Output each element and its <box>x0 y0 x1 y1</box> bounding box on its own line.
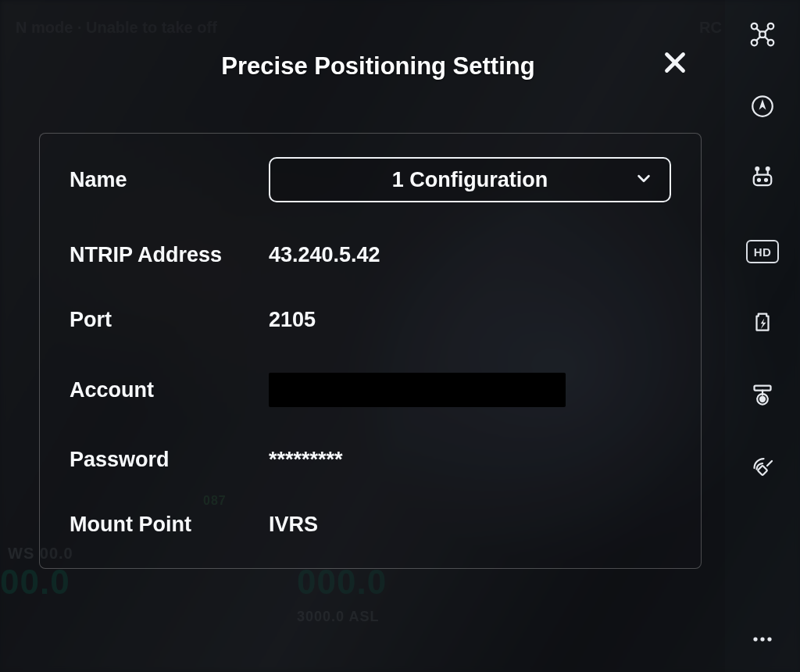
account-field[interactable] <box>269 373 671 407</box>
svg-point-28 <box>760 637 764 641</box>
svg-point-17 <box>766 167 770 170</box>
sidebar-gimbal-button[interactable] <box>745 378 780 413</box>
settings-panel: Name 1 Configuration NTRIP Address 43.24… <box>39 133 702 569</box>
row-name: Name 1 Configuration <box>70 157 671 202</box>
close-button[interactable] <box>656 45 694 83</box>
password-field[interactable]: ********* <box>269 448 671 472</box>
row-password: Password ********* <box>70 448 671 472</box>
ntrip-address-field[interactable]: 43.240.5.42 <box>269 243 671 267</box>
row-ntrip: NTRIP Address 43.240.5.42 <box>70 243 671 267</box>
svg-point-29 <box>767 637 771 641</box>
row-port: Port 2105 <box>70 308 671 332</box>
sidebar-remote-button[interactable] <box>745 163 780 197</box>
battery-icon <box>748 308 777 339</box>
svg-rect-25 <box>758 466 768 476</box>
sidebar-more-button[interactable] <box>745 624 780 658</box>
svg-rect-13 <box>754 175 772 186</box>
positioning-settings-dialog: Precise Positioning Setting Name 1 Confi… <box>31 39 725 569</box>
compass-icon <box>748 92 777 123</box>
hd-icon: HD <box>746 240 779 263</box>
port-field[interactable]: 2105 <box>269 308 671 332</box>
dialog-title: Precise Positioning Setting <box>221 52 534 80</box>
gimbal-icon <box>748 380 777 411</box>
chevron-down-icon <box>635 170 652 190</box>
account-redacted <box>269 373 566 407</box>
name-dropdown-value: 1 Configuration <box>392 168 548 192</box>
sidebar-hd-button[interactable]: HD <box>745 234 780 269</box>
right-sidebar: HD <box>725 0 800 672</box>
mountpoint-field[interactable]: IVRS <box>269 513 671 537</box>
name-dropdown[interactable]: 1 Configuration <box>269 157 671 202</box>
label-name: Name <box>70 168 269 192</box>
sidebar-drone-button[interactable] <box>745 19 780 53</box>
svg-line-26 <box>767 461 772 466</box>
sidebar-navigation-button[interactable] <box>745 91 780 125</box>
satellite-icon <box>748 452 777 483</box>
svg-point-24 <box>760 397 765 402</box>
remote-controller-icon <box>748 164 777 195</box>
drone-icon <box>748 20 777 52</box>
close-icon <box>661 48 689 80</box>
label-mountpoint: Mount Point <box>70 513 269 537</box>
svg-point-27 <box>753 637 757 641</box>
svg-point-18 <box>758 179 760 181</box>
label-account: Account <box>70 378 269 402</box>
svg-marker-20 <box>761 319 766 330</box>
label-ntrip: NTRIP Address <box>70 243 269 267</box>
row-mountpoint: Mount Point IVRS <box>70 513 671 537</box>
sidebar-rtk-button[interactable] <box>745 450 780 484</box>
more-horizontal-icon <box>748 625 777 656</box>
sidebar-battery-button[interactable] <box>745 306 780 341</box>
svg-rect-10 <box>759 31 766 38</box>
svg-point-19 <box>765 179 767 181</box>
svg-point-15 <box>755 167 759 170</box>
label-password: Password <box>70 448 269 472</box>
row-account: Account <box>70 373 671 407</box>
svg-marker-12 <box>759 99 766 110</box>
label-port: Port <box>70 308 269 332</box>
